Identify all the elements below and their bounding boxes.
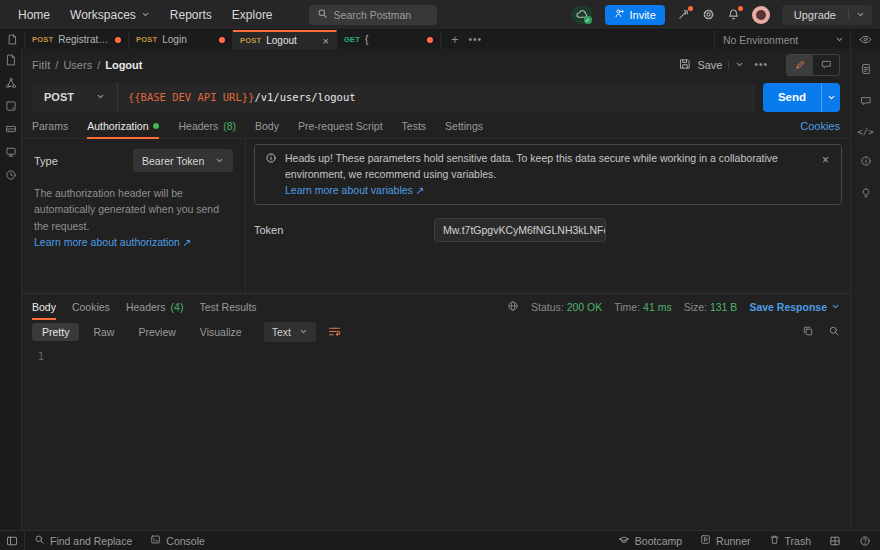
tab-params[interactable]: Params xyxy=(32,114,68,138)
send-options-button[interactable] xyxy=(821,83,840,112)
edit-comment-toggle xyxy=(786,54,840,76)
sidebar-toggle-icon[interactable] xyxy=(0,30,25,49)
environment-quick-look-icon[interactable] xyxy=(850,30,872,49)
code-snippet-icon[interactable]: </> xyxy=(857,127,873,137)
status-bar: Find and Replace Console Bootcamp Runner… xyxy=(0,530,880,550)
collections-icon[interactable] xyxy=(5,54,17,68)
settings-button[interactable] xyxy=(702,8,715,21)
search-icon xyxy=(317,8,328,21)
breadcrumb-collection[interactable]: FitIt xyxy=(32,59,50,71)
tab-options-button[interactable]: ••• xyxy=(469,34,483,45)
auth-type-select[interactable]: Bearer Token xyxy=(133,149,233,172)
wrap-lines-icon[interactable] xyxy=(328,325,341,338)
send-button[interactable]: Send xyxy=(763,83,821,112)
response-body-editor[interactable]: 1 xyxy=(22,344,850,530)
trash-button[interactable]: Trash xyxy=(760,531,820,550)
comments-icon[interactable] xyxy=(860,95,872,109)
nav-home[interactable]: Home xyxy=(8,8,60,22)
tab-prerequest-script[interactable]: Pre-request Script xyxy=(298,114,383,138)
comment-mode-button[interactable] xyxy=(813,55,839,75)
response-tab-cookies[interactable]: Cookies xyxy=(72,294,110,319)
response-tab-headers[interactable]: Headers (4) xyxy=(126,294,184,319)
tab-tests[interactable]: Tests xyxy=(402,114,427,138)
avatar[interactable] xyxy=(752,6,770,24)
runner-button[interactable]: Runner xyxy=(691,531,759,550)
tab-settings[interactable]: Settings xyxy=(445,114,483,138)
console-button[interactable]: Console xyxy=(141,531,214,550)
tab-registration[interactable]: POST Registration xyxy=(25,30,129,49)
request-tabs: Params Authorization Headers (8) Body Pr… xyxy=(22,114,850,139)
view-pretty-button[interactable]: Pretty xyxy=(32,323,79,341)
tab-login[interactable]: POST Login xyxy=(129,30,233,49)
monitors-icon[interactable] xyxy=(5,146,17,160)
response-tab-body[interactable]: Body xyxy=(32,294,56,319)
mock-servers-icon[interactable] xyxy=(5,123,17,137)
chevron-down-icon xyxy=(848,10,872,19)
learn-more-authorization-link[interactable]: Learn more about authorization ↗ xyxy=(34,236,192,248)
invite-button[interactable]: Invite xyxy=(605,5,665,25)
chevron-down-icon xyxy=(215,156,224,165)
environment-selector[interactable]: No Environment xyxy=(714,30,880,49)
sync-status-icon[interactable]: ✓ xyxy=(571,6,593,24)
invite-person-icon xyxy=(614,8,625,21)
tab-body[interactable]: Body xyxy=(255,114,279,138)
notifications-button[interactable] xyxy=(727,8,740,21)
tab-authorization[interactable]: Authorization xyxy=(87,114,159,138)
cookies-link[interactable]: Cookies xyxy=(800,114,840,138)
line-number: 1 xyxy=(22,350,52,530)
save-options-chevron-icon[interactable] xyxy=(728,60,744,69)
view-preview-button[interactable]: Preview xyxy=(128,323,185,341)
help-button[interactable] xyxy=(850,531,880,550)
status-badge[interactable]: Status: 200 OK xyxy=(531,301,602,313)
documentation-icon[interactable] xyxy=(860,63,872,77)
response-tabs: Body Cookies Headers (4) Test Results St… xyxy=(22,294,850,319)
method-selector[interactable]: POST xyxy=(32,83,118,112)
find-and-replace-button[interactable]: Find and Replace xyxy=(25,531,141,550)
tab-logout[interactable]: POST Logout × xyxy=(233,30,337,49)
save-button[interactable]: Save xyxy=(679,58,744,72)
learn-more-variables-link[interactable]: Learn more about variables ↗ xyxy=(285,183,812,199)
toggle-sidebar-button[interactable] xyxy=(0,531,25,550)
format-select[interactable]: Text xyxy=(264,322,316,342)
copy-icon[interactable] xyxy=(802,325,814,339)
top-bar: Home Workspaces Reports Explore Search P… xyxy=(0,0,880,30)
save-response-button[interactable]: Save Response xyxy=(749,301,840,313)
right-sidebar: </> xyxy=(850,49,880,530)
upgrade-button[interactable]: Upgrade xyxy=(782,5,872,25)
bootcamp-button[interactable]: Bootcamp xyxy=(609,531,691,550)
request-more-actions-button[interactable]: ••• xyxy=(754,59,768,70)
edit-mode-button[interactable] xyxy=(787,55,813,75)
history-icon[interactable] xyxy=(5,169,17,183)
close-tab-icon[interactable]: × xyxy=(323,35,329,47)
nav-workspaces[interactable]: Workspaces xyxy=(60,8,160,22)
nav-explore[interactable]: Explore xyxy=(222,8,283,22)
search-input[interactable]: Search Postman xyxy=(309,5,437,25)
release-notes-button[interactable] xyxy=(677,8,690,21)
tab-headers[interactable]: Headers (8) xyxy=(178,114,236,138)
apis-icon[interactable] xyxy=(5,77,17,91)
response-tab-test-results[interactable]: Test Results xyxy=(199,294,256,319)
chevron-down-icon xyxy=(96,91,105,103)
trash-icon xyxy=(769,534,780,547)
search-response-icon[interactable] xyxy=(828,325,840,339)
info-icon[interactable] xyxy=(860,155,872,169)
view-visualize-button[interactable]: Visualize xyxy=(190,323,252,341)
nav-reports[interactable]: Reports xyxy=(160,8,222,22)
sync-check-icon: ✓ xyxy=(584,16,592,24)
size-badge[interactable]: Size: 131 B xyxy=(684,301,738,313)
time-badge[interactable]: Time: 41 ms xyxy=(614,301,671,313)
lightbulb-icon[interactable] xyxy=(860,187,872,201)
network-globe-icon[interactable] xyxy=(507,300,519,314)
breadcrumb-folder[interactable]: Users xyxy=(63,59,92,71)
response-view-toolbar: Pretty Raw Preview Visualize Text xyxy=(22,319,850,344)
two-pane-view-button[interactable] xyxy=(820,531,850,550)
unsaved-dot xyxy=(427,37,433,43)
tab-untitled[interactable]: GET { xyxy=(337,30,441,49)
new-tab-button[interactable]: + xyxy=(451,32,459,47)
environments-icon[interactable] xyxy=(5,100,17,114)
url-input[interactable]: {{BASE_DEV_API_URL}}/v1/users/logout xyxy=(118,91,356,103)
token-input[interactable]: Mw.t7tGpgvKCyM6fNGLNH3kLNFeliGir2wE... xyxy=(434,218,606,242)
view-raw-button[interactable]: Raw xyxy=(83,323,124,341)
banner-text: Heads up! These parameters hold sensitiv… xyxy=(285,152,778,180)
banner-close-icon[interactable]: × xyxy=(820,151,831,169)
